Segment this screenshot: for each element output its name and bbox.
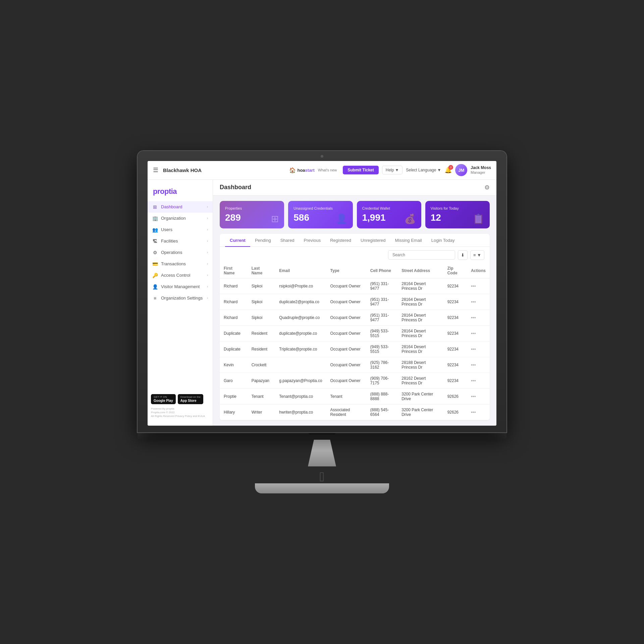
sidebar-item-transactions[interactable]: 💳 Transactions › bbox=[148, 258, 213, 270]
tab-registered[interactable]: Registered bbox=[325, 234, 356, 247]
table-cell: Resident bbox=[248, 325, 275, 341]
table-toolbar: ⬇ ≡ ▼ bbox=[220, 247, 490, 263]
table-cell: 92234 bbox=[443, 341, 467, 357]
table-row: KevinCrockettOccupant Owner(925) 786-316… bbox=[220, 357, 490, 373]
table-cell: 28164 Desert Princess Dr bbox=[397, 278, 443, 294]
row-actions-button[interactable]: ••• bbox=[467, 341, 490, 357]
stat-label: Visitors for Today bbox=[431, 206, 484, 210]
sidebar-item-label: Organization Settings bbox=[161, 296, 203, 301]
table-cell: 28164 Desert Princess Dr bbox=[397, 294, 443, 310]
table-cell: Tenant bbox=[326, 388, 366, 404]
hamburger-menu-icon[interactable]: ☰ bbox=[153, 166, 158, 174]
tab-current[interactable]: Current bbox=[225, 234, 250, 247]
table-cell: (951) 331-9477 bbox=[366, 310, 397, 325]
search-input[interactable] bbox=[388, 250, 455, 260]
row-actions-button[interactable]: ••• bbox=[467, 404, 490, 420]
chevron-icon: › bbox=[207, 205, 208, 209]
table-cell: hwriter@proptia.co bbox=[275, 404, 326, 420]
tab-login-today[interactable]: Login Today bbox=[427, 234, 460, 247]
sidebar-item-users[interactable]: 👥 Users › bbox=[148, 224, 213, 235]
table-cell: 92234 bbox=[443, 294, 467, 310]
notification-bell[interactable]: 🔔 0 bbox=[444, 166, 452, 174]
table-cell: rsipkoi@Proptie.co bbox=[275, 278, 326, 294]
view-button[interactable]: ≡ ▼ bbox=[470, 250, 484, 260]
table-cell: Writer bbox=[248, 404, 275, 420]
chevron-icon: › bbox=[207, 239, 208, 243]
table-cell: Sipkoi bbox=[248, 278, 275, 294]
user-info: Jack Moss Manager bbox=[471, 165, 491, 175]
table-cell: Richard bbox=[220, 310, 248, 325]
help-button[interactable]: Help ▼ bbox=[382, 166, 403, 174]
row-actions-button[interactable]: ••• bbox=[467, 388, 490, 404]
user-name: Jack Moss bbox=[471, 165, 491, 170]
table-row: DuplicateResidentduplicate@proptie.coOcc… bbox=[220, 325, 490, 341]
tab-unregistered[interactable]: Unregistered bbox=[356, 234, 390, 247]
stats-row: Properties 289 ⊞ Unassigned Credentials … bbox=[213, 196, 496, 234]
table-cell: (949) 533-5515 bbox=[366, 341, 397, 357]
tab-missing-email[interactable]: Missing Email bbox=[390, 234, 426, 247]
app-badges: GET IT ON Google Play Download on the Ap… bbox=[151, 394, 209, 404]
sidebar-item-organization[interactable]: 🏢 Organization › bbox=[148, 213, 213, 224]
stat-card-2: Credential Wallet 1,991 💰 bbox=[357, 201, 421, 228]
sidebar-item-label: Users bbox=[161, 227, 172, 232]
stat-icon: ⊞ bbox=[271, 213, 279, 224]
table-cell: Crockett bbox=[248, 357, 275, 373]
submit-ticket-button[interactable]: Submit Ticket bbox=[343, 166, 378, 174]
users-table: First NameLast NameEmailTypeCell PhoneSt… bbox=[220, 263, 490, 420]
stat-value: 289 bbox=[225, 212, 279, 223]
row-actions-button[interactable]: ••• bbox=[467, 310, 490, 325]
row-actions-button[interactable]: ••• bbox=[467, 278, 490, 294]
settings-gear-icon[interactable]: ⚙ bbox=[484, 184, 490, 191]
row-actions-button[interactable]: ••• bbox=[467, 294, 490, 310]
table-cell: Resident bbox=[248, 341, 275, 357]
whats-new-link[interactable]: What's new bbox=[318, 168, 337, 172]
table-cell: 92234 bbox=[443, 357, 467, 373]
tab-previous[interactable]: Previous bbox=[299, 234, 326, 247]
table-cell: Occupant Owner bbox=[326, 294, 366, 310]
table-cell: Duplicate bbox=[220, 341, 248, 357]
table-cell: Hillary bbox=[220, 404, 248, 420]
table-cell: Duplicate bbox=[220, 325, 248, 341]
table-cell: 92234 bbox=[443, 310, 467, 325]
column-type: Type bbox=[326, 263, 366, 278]
table-cell: (888) 545-6564 bbox=[366, 404, 397, 420]
table-cell: Kevin bbox=[220, 357, 248, 373]
stat-label: Unassigned Credentials bbox=[293, 206, 347, 210]
app-store-badge[interactable]: Download on the App Store bbox=[178, 394, 203, 404]
organization-settings-icon: ≡ bbox=[152, 296, 158, 301]
sidebar-item-dashboard[interactable]: ⊞ Dashboard › bbox=[148, 201, 213, 213]
tab-pending[interactable]: Pending bbox=[250, 234, 276, 247]
row-actions-button[interactable]: ••• bbox=[467, 325, 490, 341]
table-cell: Occupant Owner bbox=[326, 357, 366, 373]
export-button[interactable]: ⬇ bbox=[458, 250, 468, 260]
sidebar-item-label: Operations bbox=[161, 250, 182, 255]
sidebar-footer: GET IT ON Google Play Download on the Ap… bbox=[148, 390, 213, 422]
sidebar-item-facilities[interactable]: 🏗 Facilities › bbox=[148, 235, 213, 247]
row-actions-button[interactable]: ••• bbox=[467, 373, 490, 388]
table-cell: (951) 331-9477 bbox=[366, 278, 397, 294]
stat-label: Properties bbox=[225, 206, 279, 210]
chevron-icon: › bbox=[207, 216, 208, 220]
org-name: Blackhawk HOA bbox=[163, 167, 286, 173]
table-cell: Occupant Owner bbox=[326, 373, 366, 388]
sidebar-item-organization-settings[interactable]: ≡ Organization Settings › bbox=[148, 292, 213, 304]
table-cell: Quadruple@proptie.co bbox=[275, 310, 326, 325]
sidebar-item-label: Access Control bbox=[161, 273, 190, 278]
table-cell: 3200 Park Center Drive bbox=[397, 404, 443, 420]
table-area: CurrentPendingSharedPreviousRegisteredUn… bbox=[220, 234, 490, 420]
table-cell: (951) 331-9477 bbox=[366, 294, 397, 310]
footer-text: Powered By proptiaProptia.com © 2022All … bbox=[151, 407, 209, 418]
sidebar-item-operations[interactable]: ⚙ Operations › bbox=[148, 247, 213, 258]
row-actions-button[interactable]: ••• bbox=[467, 357, 490, 373]
sidebar-item-access-control[interactable]: 🔑 Access Control › bbox=[148, 270, 213, 281]
table-cell: 92234 bbox=[443, 278, 467, 294]
notification-badge: 0 bbox=[448, 165, 453, 170]
table-cell: 92626 bbox=[443, 404, 467, 420]
tab-shared[interactable]: Shared bbox=[276, 234, 299, 247]
sidebar-item-visitor-management[interactable]: 👤 Visitor Management › bbox=[148, 281, 213, 292]
google-play-badge[interactable]: GET IT ON Google Play bbox=[151, 394, 176, 404]
table-row: RichardSipkoirsipkoi@Proptie.coOccupant … bbox=[220, 278, 490, 294]
select-language[interactable]: Select Language ▼ bbox=[406, 168, 441, 172]
logo-area: proptia bbox=[148, 183, 213, 201]
table-cell: Sipkoi bbox=[248, 294, 275, 310]
